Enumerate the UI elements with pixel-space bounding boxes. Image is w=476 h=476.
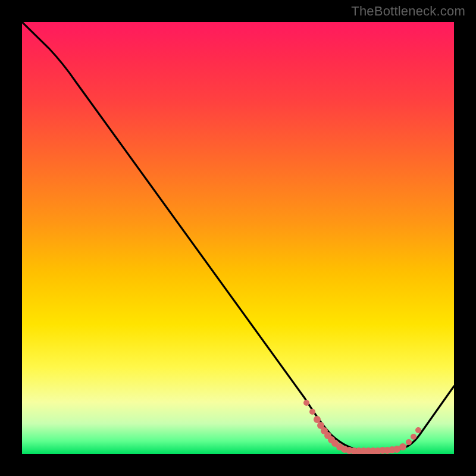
bottleneck-curve: [22, 22, 454, 454]
svg-point-21: [399, 443, 406, 450]
chart-frame: TheBottleneck.com: [0, 0, 476, 476]
svg-point-23: [411, 434, 416, 440]
curve-path: [22, 22, 454, 451]
data-points: [303, 400, 421, 454]
plot-area: [22, 22, 454, 454]
svg-point-1: [309, 409, 315, 415]
svg-point-2: [314, 416, 321, 423]
svg-point-0: [303, 400, 309, 406]
svg-point-24: [415, 427, 421, 433]
svg-point-22: [406, 439, 412, 445]
watermark-text: TheBottleneck.com: [351, 4, 465, 19]
